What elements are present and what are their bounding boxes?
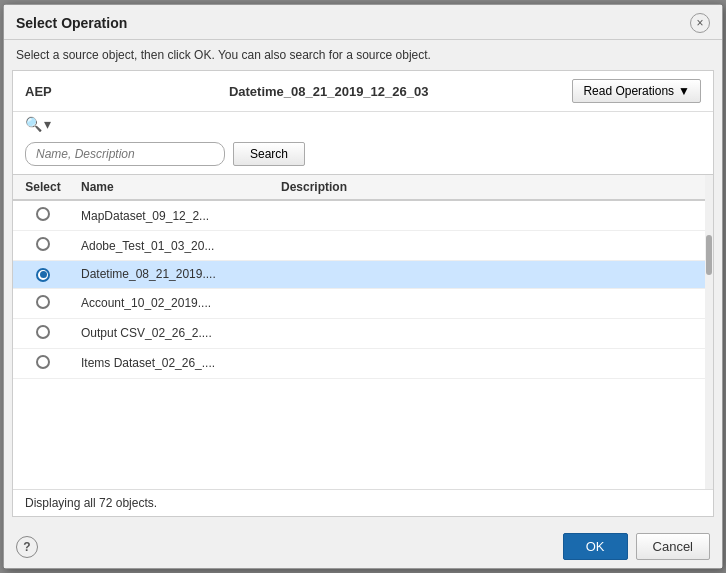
search-button[interactable]: Search — [233, 142, 305, 166]
table-row[interactable]: Items Dataset_02_26_.... — [13, 348, 713, 378]
table-row[interactable]: Adobe_Test_01_03_20... — [13, 231, 713, 261]
row-description-cell — [273, 261, 713, 289]
row-select-cell — [13, 348, 73, 378]
radio-button[interactable] — [36, 295, 50, 309]
row-name-cell: Account_10_02_2019.... — [73, 288, 273, 318]
magnifier-dropdown-icon: ▾ — [44, 116, 51, 132]
row-description-cell — [273, 348, 713, 378]
row-name-cell: Items Dataset_02_26_.... — [73, 348, 273, 378]
dialog-subtitle: Select a source object, then click OK. Y… — [4, 40, 722, 70]
row-description-cell — [273, 288, 713, 318]
scrollbar-track[interactable] — [705, 175, 713, 489]
help-button[interactable]: ? — [16, 536, 38, 558]
source-header: AEP Datetime_08_21_2019_12_26_03 Read Op… — [13, 71, 713, 112]
table-header-row: Select Name Description — [13, 175, 713, 200]
radio-button[interactable] — [36, 355, 50, 369]
row-name-cell: Adobe_Test_01_03_20... — [73, 231, 273, 261]
magnifier-icon: 🔍 — [25, 116, 42, 132]
table-row[interactable]: Output CSV_02_26_2.... — [13, 318, 713, 348]
title-bar: Select Operation × — [4, 5, 722, 40]
results-table: Select Name Description MapDataset_09_12… — [13, 175, 713, 379]
row-select-cell — [13, 288, 73, 318]
search-input[interactable] — [25, 142, 225, 166]
row-description-cell — [273, 231, 713, 261]
row-description-cell — [273, 200, 713, 231]
ok-button[interactable]: OK — [563, 533, 628, 560]
select-operation-dialog: Select Operation × Select a source objec… — [3, 4, 723, 569]
magnifier-button[interactable]: 🔍 ▾ — [25, 116, 51, 132]
col-header-select: Select — [13, 175, 73, 200]
radio-button[interactable] — [36, 268, 50, 282]
dialog-footer: ? OK Cancel — [4, 525, 722, 568]
table-row[interactable]: MapDataset_09_12_2... — [13, 200, 713, 231]
dialog-body: AEP Datetime_08_21_2019_12_26_03 Read Op… — [12, 70, 714, 517]
table-row[interactable]: Account_10_02_2019.... — [13, 288, 713, 318]
row-name-cell: Datetime_08_21_2019.... — [73, 261, 273, 289]
row-name-cell: MapDataset_09_12_2... — [73, 200, 273, 231]
row-select-cell — [13, 261, 73, 289]
col-header-name: Name — [73, 175, 273, 200]
radio-button[interactable] — [36, 325, 50, 339]
results-table-container: Select Name Description MapDataset_09_12… — [13, 174, 713, 489]
radio-button[interactable] — [36, 207, 50, 221]
dropdown-arrow-icon: ▼ — [678, 84, 690, 98]
search-bar: Search — [13, 136, 713, 174]
source-label: AEP — [25, 84, 85, 99]
scrollbar-thumb — [706, 235, 712, 275]
read-operations-label: Read Operations — [583, 84, 674, 98]
status-bar: Displaying all 72 objects. — [13, 489, 713, 516]
row-select-cell — [13, 318, 73, 348]
source-name: Datetime_08_21_2019_12_26_03 — [105, 84, 552, 99]
read-operations-button[interactable]: Read Operations ▼ — [572, 79, 701, 103]
row-select-cell — [13, 200, 73, 231]
col-header-description: Description — [273, 175, 713, 200]
footer-buttons: OK Cancel — [563, 533, 710, 560]
dialog-title: Select Operation — [16, 15, 127, 31]
row-description-cell — [273, 318, 713, 348]
row-select-cell — [13, 231, 73, 261]
row-name-cell: Output CSV_02_26_2.... — [73, 318, 273, 348]
radio-button[interactable] — [36, 237, 50, 251]
close-button[interactable]: × — [690, 13, 710, 33]
magnifier-row: 🔍 ▾ — [13, 112, 713, 136]
table-row[interactable]: Datetime_08_21_2019.... — [13, 261, 713, 289]
cancel-button[interactable]: Cancel — [636, 533, 710, 560]
